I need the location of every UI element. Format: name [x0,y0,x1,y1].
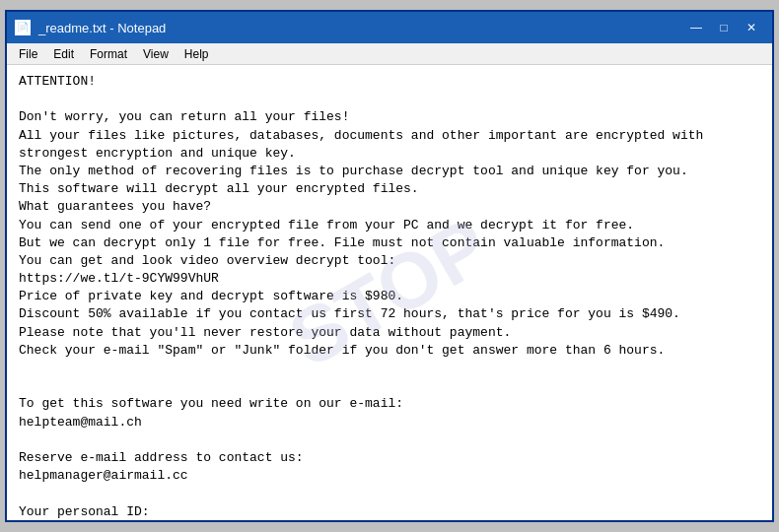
menu-file[interactable]: File [11,43,45,64]
text-area[interactable]: STOP ATTENTION! Don't worry, you can ret… [7,65,772,520]
menu-view[interactable]: View [135,43,177,64]
window-title: _readme.txt - Notepad [38,21,166,35]
menu-format[interactable]: Format [82,43,135,64]
menu-help[interactable]: Help [177,43,217,64]
minimize-button[interactable]: — [683,18,709,37]
title-bar: 📄 _readme.txt - Notepad — □ ✕ [7,12,772,43]
title-buttons: — □ ✕ [683,18,764,37]
title-bar-left: 📄 _readme.txt - Notepad [15,20,166,35]
close-button[interactable]: ✕ [739,18,764,37]
app-icon: 📄 [15,20,31,35]
file-content: ATTENTION! Don't worry, you can return a… [19,73,760,520]
notepad-window: 📄 _readme.txt - Notepad — □ ✕ File Edit … [5,10,774,522]
menu-bar: File Edit Format View Help [7,43,772,65]
menu-edit[interactable]: Edit [45,43,82,64]
maximize-button[interactable]: □ [711,18,737,37]
